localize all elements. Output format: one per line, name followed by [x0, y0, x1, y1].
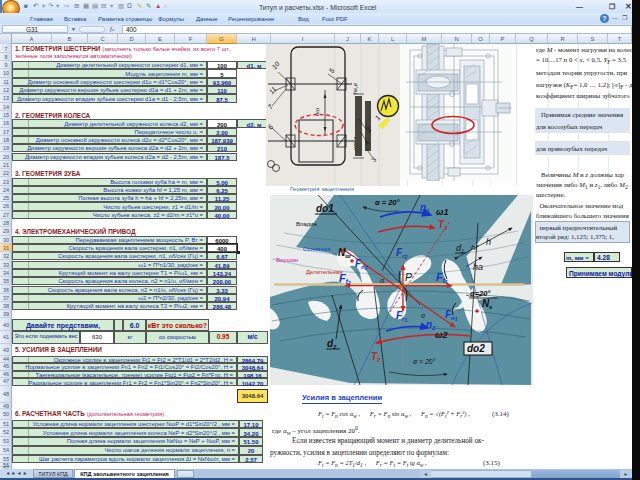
svg-text:ω2: ω2: [435, 330, 448, 340]
svg-text:Основная: Основная: [303, 246, 330, 252]
svg-text:do2: do2: [467, 343, 485, 354]
svg-text:hf: hf: [471, 243, 478, 252]
svg-text:nк,в: nк,в: [352, 83, 358, 94]
svg-text:Вершин: Вершин: [276, 257, 298, 263]
svg-text:h: h: [486, 237, 491, 247]
svg-text:P: P: [405, 271, 412, 283]
svg-text:do1: do1: [316, 203, 334, 214]
svg-text:α = 20°: α = 20°: [413, 358, 436, 365]
svg-text:Впадин: Впадин: [296, 221, 317, 227]
svg-text:Делительная: Делительная: [306, 269, 342, 275]
svg-text:α=20°: α=20°: [470, 289, 491, 298]
svg-text:ha: ha: [473, 262, 483, 272]
svg-text:ω1: ω1: [436, 207, 449, 217]
svg-text:α = 20°: α = 20°: [375, 198, 401, 207]
